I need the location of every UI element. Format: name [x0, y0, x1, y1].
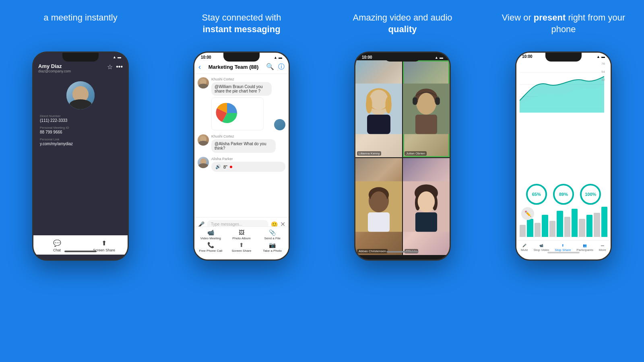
- battery-icon-4: ▬: [601, 55, 605, 59]
- stop-video-label: Stop Video: [534, 248, 549, 252]
- meeting-id-value: 88 799 9666: [40, 130, 121, 134]
- chat-actions: 📹 Video Meeting 🖼 Photo Album 📎 Send a F…: [194, 226, 289, 255]
- search-icon[interactable]: 🔍: [266, 63, 274, 71]
- svg-point-25: [418, 191, 435, 212]
- svg-point-13: [418, 93, 435, 113]
- bar-8: [572, 209, 578, 237]
- profile-action-icons: ☆ •••: [107, 63, 123, 71]
- toolbar-stop-video[interactable]: 📹 Stop Video: [534, 244, 549, 252]
- bar-11: [594, 213, 600, 237]
- panel-video: Amazing video and audio quality 10:00 ▲ …: [322, 0, 483, 362]
- chat-header: ‹ Marketing Team (88) 🔍 ⓘ: [194, 60, 289, 74]
- back-button[interactable]: ‹: [198, 63, 201, 71]
- edit-button[interactable]: ✏️: [521, 207, 534, 220]
- status-icons-3: ▲ ▬: [435, 56, 443, 60]
- avatar-section: [33, 75, 128, 114]
- star-icon[interactable]: ☆: [107, 63, 113, 71]
- action-send-file[interactable]: 📎 Send a File: [258, 229, 287, 240]
- photo-album-icon: 🖼: [239, 229, 244, 236]
- toolbar-stop-share[interactable]: ⬆ Stop Share: [555, 244, 571, 252]
- home-indicator-1: [64, 251, 97, 252]
- y-labels: 76 54 32: [520, 61, 607, 64]
- action-label-screen: Screen Share: [232, 249, 252, 253]
- toolbar-more[interactable]: ••• More: [599, 244, 606, 252]
- title-text-3a: Amazing video and audio: [353, 12, 452, 23]
- chat-channel-title: Marketing Team (88): [204, 64, 263, 70]
- avatar-body-2: [198, 141, 208, 146]
- title-text-3b: quality: [388, 24, 417, 34]
- wifi-icon-4: ▲: [597, 55, 600, 59]
- bar-7: [564, 217, 570, 237]
- notch-3: [384, 53, 421, 62]
- action-label-photo: Photo Album: [232, 237, 250, 240]
- person-face-4: [403, 158, 450, 255]
- chat-content: ‹ Marketing Team (88) 🔍 ⓘ: [194, 60, 289, 255]
- message-item-1: Khushi Cortez @William Braun Could you s…: [198, 77, 285, 130]
- profile-content: Amy Diaz diaz@company.com ☆ •••: [33, 60, 128, 255]
- more-label: More: [599, 248, 606, 252]
- svg-point-6: [385, 97, 391, 114]
- toolbar-mute[interactable]: 🎤 Mute: [521, 244, 528, 252]
- title-text-4b: present: [534, 12, 566, 23]
- screenshare-action-icon: ⬆: [239, 242, 244, 248]
- bar-2: [527, 219, 533, 237]
- bar-9: [579, 219, 585, 237]
- svg-rect-11: [413, 97, 417, 105]
- action-video-meeting[interactable]: 📹 Video Meeting: [196, 229, 225, 240]
- svg-point-4: [369, 90, 388, 110]
- action-screenshare[interactable]: ⬆ Screen Share: [227, 242, 256, 253]
- link-value: y.com/my/amydiaz: [40, 142, 121, 146]
- action-label-file: Send a File: [264, 237, 280, 240]
- avatar: [66, 81, 95, 109]
- msg-content-2: Khushi Cortez @Alisha Parker What do you…: [211, 134, 285, 153]
- phone-frame-2: 10:00 ▲ ▬ ‹ Marketing Team (88) 🔍 ⓘ: [193, 51, 290, 261]
- svg-rect-12: [435, 97, 440, 105]
- video-name-2: Julian Obrien: [405, 151, 427, 156]
- panel-present: View or present right from your phone 10…: [483, 0, 644, 362]
- panel-2-title: Stay connected with instant messaging: [202, 12, 281, 40]
- user-avatar-right: [274, 119, 285, 130]
- more-icon[interactable]: •••: [116, 63, 123, 71]
- stop-share-label: Stop Share: [555, 248, 571, 252]
- person-svg-2: [403, 60, 450, 157]
- bar-10: [586, 215, 592, 237]
- msg-content-3: Alisha Parker 🔊 8": [211, 157, 285, 172]
- status-time-4: 10:00: [522, 54, 533, 59]
- phone-frame-4: 10:00 ▲ ▬ 76 54 32: [515, 51, 612, 261]
- participants-icon: 👥: [583, 244, 587, 247]
- phone-value: (111) 222-3333: [40, 118, 121, 123]
- avatar-body-3: [198, 163, 208, 168]
- action-phone-call[interactable]: 📞 Free Phone Call: [196, 242, 225, 253]
- avatar-body: [70, 99, 92, 109]
- voice-icon: 🔊: [215, 164, 221, 169]
- svg-rect-14: [415, 115, 437, 134]
- bar-12: [601, 207, 607, 237]
- toolbar-participants[interactable]: 👥 Participants: [576, 244, 593, 252]
- video-screen: Lilianna Kenny: [355, 60, 450, 255]
- status-time-3: 10:00: [362, 55, 372, 60]
- more-dots-icon: •••: [601, 244, 604, 247]
- msg-sender-2: Khushi Cortez: [211, 134, 285, 138]
- pie-chart: [215, 101, 239, 125]
- video-cell-1: Lilianna Kenny: [355, 60, 402, 157]
- action-photo-album[interactable]: 🖼 Photo Album: [227, 229, 256, 240]
- status-icons-4: ▲ ▬: [597, 55, 605, 59]
- bar-3: [535, 223, 541, 237]
- bar-6: [557, 211, 563, 237]
- title-text-2a: Stay connected with: [202, 12, 281, 23]
- title-text-2b: instant messaging: [202, 24, 280, 34]
- status-icons-2: ▲ ▬: [274, 56, 282, 60]
- metrics-row: 65% 89% 100%: [516, 181, 611, 208]
- battery-icon-3: ▬: [440, 56, 443, 60]
- metric-circle-1: 65%: [526, 184, 547, 205]
- profile-info: Direct Number (111) 222-3333 Personal Me…: [33, 114, 128, 146]
- info-icon[interactable]: ⓘ: [278, 63, 285, 71]
- home-indicator-4: [547, 252, 580, 253]
- msg-avatar-2: [198, 134, 209, 146]
- wifi-icon: ▲: [113, 55, 116, 59]
- mute-label: Mute: [521, 248, 528, 252]
- chat-screen: ‹ Marketing Team (88) 🔍 ⓘ: [194, 60, 289, 255]
- y-label-top: 76: [601, 62, 605, 66]
- notch-2: [223, 53, 260, 62]
- action-take-photo[interactable]: 📷 Take a Photo: [258, 242, 287, 253]
